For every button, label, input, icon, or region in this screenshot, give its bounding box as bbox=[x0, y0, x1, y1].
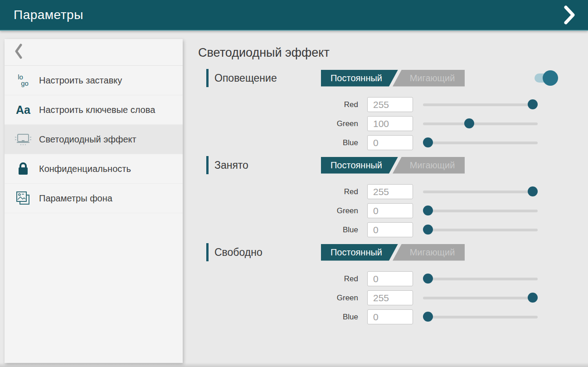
slider-thumb[interactable] bbox=[528, 293, 538, 303]
sidebar-item-splash-screen[interactable]: lo go Настроить заставку bbox=[5, 66, 183, 95]
slider-track bbox=[423, 103, 538, 106]
slider-track bbox=[423, 191, 538, 193]
sidebar-item-label: Конфиденциальность bbox=[39, 163, 131, 175]
section-label: Занято bbox=[214, 159, 248, 171]
led-screen-icon bbox=[14, 132, 33, 147]
green-channel-row: Green bbox=[198, 116, 561, 131]
slider-track bbox=[423, 210, 538, 212]
green-channel-row: Green bbox=[198, 290, 561, 305]
slider-thumb[interactable] bbox=[423, 137, 433, 147]
section-accent-bar bbox=[206, 156, 209, 174]
green-value-input[interactable] bbox=[367, 116, 413, 131]
slider-thumb[interactable] bbox=[528, 99, 538, 109]
notification-led-toggle[interactable] bbox=[535, 73, 555, 83]
red-channel-row: Red bbox=[198, 184, 561, 199]
red-slider[interactable] bbox=[423, 97, 538, 112]
channel-label: Green bbox=[198, 294, 367, 303]
channel-label: Green bbox=[198, 206, 367, 215]
mode-segmented-control: Постоянный Мигающий bbox=[321, 70, 465, 87]
chevron-right-icon[interactable] bbox=[560, 4, 578, 26]
slider-track bbox=[423, 122, 538, 125]
slider-thumb[interactable] bbox=[423, 274, 433, 284]
sidebar-collapse-button[interactable] bbox=[5, 39, 183, 66]
channel-label: Red bbox=[198, 100, 367, 109]
sidebar-item-label: Параметры фона bbox=[39, 192, 112, 204]
blue-value-input[interactable] bbox=[367, 222, 413, 237]
channel-label: Blue bbox=[198, 313, 367, 322]
red-value-input[interactable] bbox=[367, 271, 413, 286]
sidebar-item-background[interactable]: Параметры фона bbox=[5, 184, 183, 213]
slider-track bbox=[423, 278, 538, 280]
section-free: Свободно Постоянный Мигающий Red Green bbox=[198, 244, 561, 324]
blue-channel-row: Blue bbox=[198, 309, 561, 324]
red-slider[interactable] bbox=[423, 271, 538, 286]
green-slider[interactable] bbox=[423, 203, 538, 218]
mode-constant-button[interactable]: Постоянный bbox=[321, 244, 398, 261]
panel-title: Светодиодный эффект bbox=[198, 46, 561, 60]
mode-blinking-button[interactable]: Мигающий bbox=[393, 70, 465, 87]
section-label: Оповещение bbox=[214, 72, 277, 84]
background-images-icon bbox=[14, 190, 33, 206]
mode-segmented-control: Постоянный Мигающий bbox=[321, 244, 465, 261]
red-channel-row: Red bbox=[198, 271, 561, 286]
sidebar-item-led-effect[interactable]: Светодиодный эффект bbox=[5, 125, 183, 154]
logo-icon: lo go bbox=[14, 74, 33, 87]
blue-value-input[interactable] bbox=[367, 309, 413, 324]
section-accent-bar bbox=[206, 69, 209, 87]
channel-label: Blue bbox=[198, 225, 367, 235]
keywords-icon: Aa bbox=[14, 103, 33, 117]
channel-label: Blue bbox=[198, 138, 367, 147]
slider-track bbox=[423, 316, 538, 318]
slider-track bbox=[423, 229, 538, 231]
blue-slider[interactable] bbox=[423, 309, 538, 324]
red-value-input[interactable] bbox=[367, 97, 413, 112]
page-title: Параметры bbox=[14, 8, 83, 22]
section-busy: Занято Постоянный Мигающий Red Green bbox=[198, 157, 561, 237]
channel-label: Red bbox=[198, 274, 367, 284]
section-notification: Оповещение Постоянный Мигающий Red Green bbox=[198, 69, 561, 150]
app-header: Параметры bbox=[0, 0, 588, 31]
green-value-input[interactable] bbox=[367, 203, 413, 218]
mode-blinking-button[interactable]: Мигающий bbox=[393, 157, 465, 174]
settings-sidebar: lo go Настроить заставку Aa Настроить кл… bbox=[5, 39, 183, 363]
section-label: Свободно bbox=[214, 246, 262, 259]
sidebar-item-privacy[interactable]: Конфиденциальность bbox=[5, 154, 183, 184]
mode-constant-button[interactable]: Постоянный bbox=[321, 70, 398, 87]
section-accent-bar bbox=[206, 243, 209, 261]
mode-constant-button[interactable]: Постоянный bbox=[321, 157, 398, 174]
blue-channel-row: Blue bbox=[198, 135, 561, 150]
chevron-left-icon bbox=[14, 43, 24, 61]
sidebar-item-label: Настроить ключевые слова bbox=[39, 104, 155, 116]
sidebar-item-keywords[interactable]: Aa Настроить ключевые слова bbox=[5, 95, 183, 125]
channel-label: Green bbox=[198, 119, 367, 128]
slider-thumb[interactable] bbox=[528, 186, 538, 196]
blue-value-input[interactable] bbox=[367, 135, 413, 150]
toggle-knob bbox=[543, 70, 558, 86]
red-slider[interactable] bbox=[423, 184, 538, 199]
green-value-input[interactable] bbox=[367, 290, 413, 305]
mode-blinking-button[interactable]: Мигающий bbox=[393, 244, 465, 261]
slider-thumb[interactable] bbox=[423, 225, 433, 235]
blue-channel-row: Blue bbox=[198, 222, 561, 237]
green-channel-row: Green bbox=[198, 203, 561, 218]
led-effect-panel: Светодиодный эффект Оповещение Постоянны… bbox=[198, 31, 561, 324]
green-slider[interactable] bbox=[423, 290, 538, 305]
slider-track bbox=[423, 297, 538, 299]
blue-slider[interactable] bbox=[423, 135, 538, 150]
channel-label: Red bbox=[198, 187, 367, 196]
slider-thumb[interactable] bbox=[423, 312, 433, 322]
sidebar-item-label: Светодиодный эффект bbox=[39, 133, 136, 145]
mode-segmented-control: Постоянный Мигающий bbox=[321, 157, 465, 174]
slider-thumb[interactable] bbox=[464, 118, 474, 128]
slider-track bbox=[423, 142, 538, 144]
green-slider[interactable] bbox=[423, 116, 538, 131]
red-value-input[interactable] bbox=[367, 184, 413, 199]
red-channel-row: Red bbox=[198, 97, 561, 112]
lock-icon bbox=[14, 161, 33, 176]
slider-thumb[interactable] bbox=[423, 206, 433, 215]
sidebar-item-label: Настроить заставку bbox=[39, 74, 122, 86]
blue-slider[interactable] bbox=[423, 222, 538, 237]
